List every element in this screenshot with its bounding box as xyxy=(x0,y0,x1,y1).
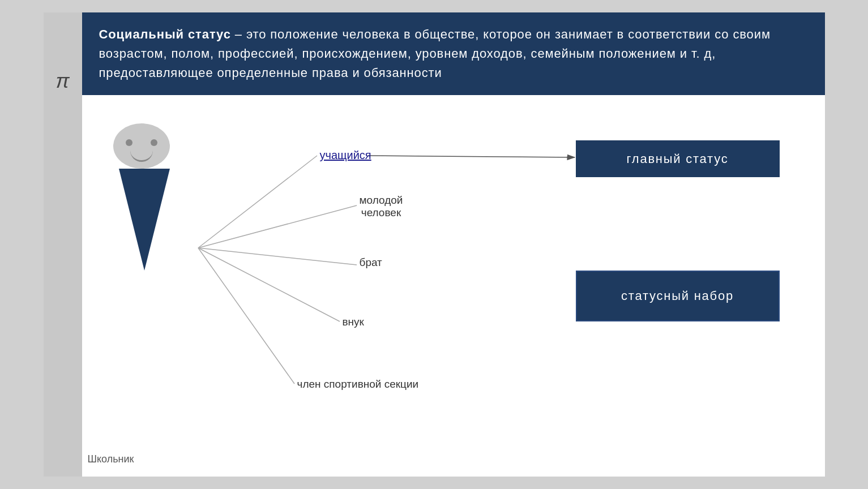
svg-line-5 xyxy=(368,156,575,157)
definition-box: Социальный статус – это положение челове… xyxy=(82,12,825,95)
chlen-label: член спортивной секции xyxy=(297,378,419,391)
brat-label: брат xyxy=(360,256,382,269)
main-content: учащийся молодойчеловек брат внук член с… xyxy=(82,95,825,477)
vnuk-label: внук xyxy=(343,316,364,328)
uchashhijsya-label: учащийся xyxy=(320,149,371,162)
statusnyj-nabor-box: статусный набор xyxy=(576,271,780,321)
person-head xyxy=(113,123,170,169)
definition-bold: Социальный статус xyxy=(99,27,231,41)
glavnyj-status-text: главный статус xyxy=(627,152,729,166)
svg-line-2 xyxy=(198,248,357,265)
molodoj-label: молодойчеловек xyxy=(360,194,403,219)
smile xyxy=(130,151,153,162)
left-sidebar: π xyxy=(44,12,82,477)
svg-line-1 xyxy=(198,205,357,248)
slide: π Социальный статус – это положение чело… xyxy=(44,12,825,477)
pi-symbol: π xyxy=(55,69,69,93)
schoolboy-label: Школьник xyxy=(88,453,134,465)
svg-line-4 xyxy=(198,248,294,384)
statusnyj-nabor-text: статусный набор xyxy=(621,289,734,303)
definition-dash: – xyxy=(231,27,246,41)
svg-line-3 xyxy=(198,248,340,321)
svg-line-0 xyxy=(198,156,317,248)
glavnyj-status-box: главный статус xyxy=(576,140,780,177)
person-body xyxy=(119,169,170,271)
person-figure xyxy=(116,123,173,271)
